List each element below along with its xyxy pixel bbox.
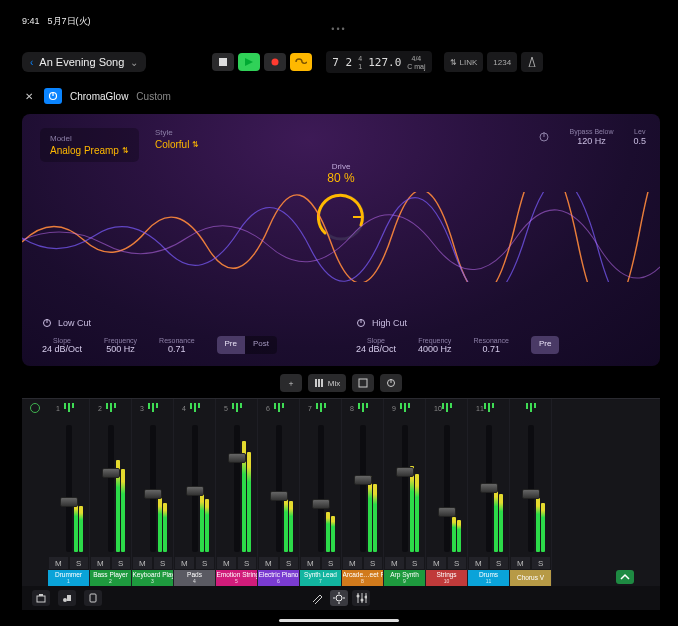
solo-button[interactable]: S: [195, 556, 216, 570]
mixer-channel[interactable]: MSKeyboard Player3: [132, 399, 174, 586]
mute-button[interactable]: M: [342, 556, 363, 570]
level-param[interactable]: Lev0.5: [633, 128, 646, 146]
mute-button[interactable]: M: [510, 556, 531, 570]
fader-cap[interactable]: [480, 483, 498, 493]
play-button[interactable]: [238, 53, 260, 71]
style-select[interactable]: Style Colorful⇅: [155, 128, 199, 150]
fader-cap[interactable]: [354, 475, 372, 485]
mixer-channel[interactable]: MSBass Player2: [90, 399, 132, 586]
track-label[interactable]: Strings10: [426, 570, 467, 586]
lowcut-freq[interactable]: Frequency500 Hz: [104, 337, 137, 354]
mute-button[interactable]: M: [216, 556, 237, 570]
solo-button[interactable]: S: [153, 556, 174, 570]
lcd-display[interactable]: 7 2 41 127.0 4/4C maj: [326, 51, 431, 73]
track-label[interactable]: Keyboard Player3: [132, 570, 173, 586]
model-select[interactable]: Model Analog Preamp⇅: [40, 128, 139, 162]
mute-button[interactable]: M: [258, 556, 279, 570]
fader-cap[interactable]: [312, 499, 330, 509]
count-in-button[interactable]: 1234: [487, 52, 517, 72]
plugin-slot-button[interactable]: [352, 374, 374, 392]
lowcut-res[interactable]: Resonance0.71: [159, 337, 194, 354]
fader[interactable]: [132, 421, 173, 556]
mix-view-button[interactable]: Mix: [308, 374, 346, 392]
cycle-button[interactable]: [290, 53, 312, 71]
plugin-preset[interactable]: Custom: [136, 91, 170, 102]
mixer-channel[interactable]: MSPads4: [174, 399, 216, 586]
fader[interactable]: [300, 421, 341, 556]
track-label[interactable]: Synth Lead7: [300, 570, 341, 586]
mute-button[interactable]: M: [468, 556, 489, 570]
fader-cap[interactable]: [228, 453, 246, 463]
solo-button[interactable]: S: [447, 556, 468, 570]
mute-button[interactable]: M: [48, 556, 69, 570]
mixer-power-button[interactable]: [380, 374, 402, 392]
mixer-channel[interactable]: MSArp Synth9: [384, 399, 426, 586]
song-menu-chevron-icon[interactable]: ⌄: [130, 57, 138, 68]
metronome-button[interactable]: [521, 52, 543, 72]
sound-library-button[interactable]: [58, 590, 76, 606]
mute-button[interactable]: M: [426, 556, 447, 570]
lowcut-slope[interactable]: Slope24 dB/Oct: [42, 337, 82, 354]
track-label[interactable]: Pads4: [174, 570, 215, 586]
fader-cap[interactable]: [60, 497, 78, 507]
mixer-channel[interactable]: MSDrums11: [468, 399, 510, 586]
fader[interactable]: [216, 421, 257, 556]
fader-cap[interactable]: [144, 489, 162, 499]
fader[interactable]: [510, 421, 551, 556]
fader[interactable]: [426, 421, 467, 556]
bypass-below-power-icon[interactable]: [538, 128, 550, 146]
link-button[interactable]: ⇅LINK: [444, 52, 484, 72]
lowcut-power-icon[interactable]: [42, 318, 52, 328]
solo-button[interactable]: S: [405, 556, 426, 570]
stop-button[interactable]: [212, 53, 234, 71]
highcut-res[interactable]: Resonance0.71: [474, 337, 509, 354]
pencil-tool-button[interactable]: [308, 590, 326, 606]
fader-cap[interactable]: [396, 467, 414, 477]
track-label[interactable]: Arp Synth9: [384, 570, 425, 586]
fader-cap[interactable]: [522, 489, 540, 499]
mute-button[interactable]: M: [90, 556, 111, 570]
fader[interactable]: [48, 421, 89, 556]
back-chevron-icon[interactable]: ‹: [30, 57, 33, 68]
plugin-power-button[interactable]: [44, 88, 62, 104]
solo-button[interactable]: S: [321, 556, 342, 570]
fader[interactable]: [342, 421, 383, 556]
track-label[interactable]: Chorus V: [510, 570, 551, 586]
library-button[interactable]: [32, 590, 50, 606]
track-label[interactable]: Arcade…eet Pad8: [342, 570, 383, 586]
fader[interactable]: [258, 421, 299, 556]
track-label[interactable]: Bass Player2: [90, 570, 131, 586]
solo-button[interactable]: S: [363, 556, 384, 570]
mixer-channel[interactable]: MSSynth Lead7: [300, 399, 342, 586]
track-label[interactable]: Electric Piano6: [258, 570, 299, 586]
mute-button[interactable]: M: [174, 556, 195, 570]
fader-cap[interactable]: [438, 507, 456, 517]
track-label[interactable]: Drummer1: [48, 570, 89, 586]
track-label[interactable]: Drums11: [468, 570, 509, 586]
solo-button[interactable]: S: [531, 556, 552, 570]
mute-button[interactable]: M: [132, 556, 153, 570]
solo-button[interactable]: S: [237, 556, 258, 570]
fader[interactable]: [468, 421, 509, 556]
track-label[interactable]: Emotion Strings5: [216, 570, 257, 586]
solo-button[interactable]: S: [111, 556, 132, 570]
settings-sliders-button[interactable]: [352, 590, 370, 606]
song-title-button[interactable]: ‹ An Evening Song ⌄: [22, 52, 146, 72]
highcut-freq[interactable]: Frequency4000 Hz: [418, 337, 452, 354]
fader[interactable]: [90, 421, 131, 556]
mixer-channel[interactable]: MSEmotion Strings5: [216, 399, 258, 586]
mixer-channel[interactable]: MSChorus V: [510, 399, 552, 586]
expand-mixer-button[interactable]: [616, 570, 634, 584]
mixer-channel[interactable]: MSElectric Piano6: [258, 399, 300, 586]
fader[interactable]: [174, 421, 215, 556]
home-indicator[interactable]: [279, 619, 399, 622]
bypass-below-param[interactable]: Bypass Below120 Hz: [570, 128, 614, 146]
browser-button[interactable]: [84, 590, 102, 606]
solo-button[interactable]: S: [489, 556, 510, 570]
solo-button[interactable]: S: [69, 556, 90, 570]
highcut-slope[interactable]: Slope24 dB/Oct: [356, 337, 396, 354]
fader[interactable]: [384, 421, 425, 556]
mute-button[interactable]: M: [300, 556, 321, 570]
multitask-dots[interactable]: •••: [331, 24, 346, 34]
lowcut-prepost[interactable]: PrePost: [217, 336, 277, 354]
